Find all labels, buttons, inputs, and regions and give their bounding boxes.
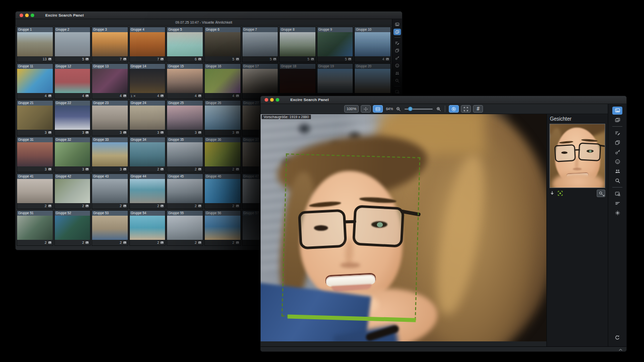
minimize-icon[interactable] [25, 14, 29, 17]
face-detection-box[interactable] [282, 153, 421, 320]
group-thumbnail[interactable] [55, 106, 91, 130]
group-tile[interactable]: Gruppe 19 [317, 63, 354, 99]
group-tile[interactable]: Gruppe 85 [279, 27, 316, 62]
group-tile[interactable]: Gruppe 412 [17, 173, 53, 209]
group-tile[interactable]: Gruppe 141 ✕4 [129, 63, 166, 99]
group-tile[interactable]: Gruppe 124 [54, 63, 91, 99]
group-thumbnail[interactable] [167, 32, 203, 56]
group-tile[interactable]: Gruppe 56 [167, 27, 203, 62]
group-tile[interactable]: Gruppe 342 [129, 137, 166, 172]
fullscreen-button[interactable] [461, 105, 471, 113]
group-tile[interactable]: Gruppe 522 [54, 210, 91, 246]
group-thumbnail[interactable] [92, 32, 128, 56]
close-icon[interactable] [265, 98, 268, 102]
zoom-in-icon[interactable] [436, 107, 441, 112]
group-thumbnail[interactable] [17, 179, 53, 203]
group-tile[interactable]: Gruppe 542 [129, 210, 166, 246]
group-tile[interactable]: Gruppe 562 [204, 210, 241, 246]
refresh-icon[interactable] [615, 333, 620, 342]
sidebar-people-button[interactable] [393, 70, 401, 76]
group-thumbnail[interactable] [317, 69, 353, 93]
group-thumbnail[interactable] [55, 142, 91, 166]
group-thumbnail[interactable] [280, 69, 315, 93]
group-tile[interactable]: Gruppe 362 [204, 137, 241, 172]
group-tile[interactable]: Gruppe 113 [17, 27, 53, 62]
group-thumbnail[interactable] [92, 106, 128, 130]
zoom-slider[interactable] [405, 109, 433, 110]
group-tile[interactable]: Gruppe 154 [167, 63, 203, 99]
group-thumbnail[interactable] [17, 69, 53, 93]
group-tile[interactable]: Gruppe 263 [204, 100, 241, 136]
sidebar-people-button[interactable] [612, 167, 622, 175]
group-tile[interactable]: Gruppe 75 [242, 27, 279, 62]
group-tile[interactable]: Gruppe 552 [167, 210, 203, 246]
sidebar-face-button[interactable] [612, 158, 622, 166]
sidebar-photo-search-button[interactable] [393, 88, 401, 95]
group-tile[interactable]: Gruppe 25 [54, 27, 91, 62]
group-thumbnail[interactable] [55, 32, 91, 56]
sidebar-filter-lines-button[interactable] [612, 200, 622, 208]
group-thumbnail[interactable] [17, 106, 53, 130]
group-tile[interactable]: Gruppe 223 [54, 100, 91, 136]
group-tile[interactable]: Gruppe 352 [167, 137, 203, 172]
sidebar-spark-button[interactable] [612, 209, 622, 217]
group-thumbnail[interactable] [17, 32, 53, 56]
sidebar-tag-edit-button[interactable] [393, 40, 401, 46]
group-thumbnail[interactable] [130, 32, 166, 56]
group-thumbnail[interactable] [205, 142, 240, 166]
group-tile[interactable]: Gruppe 422 [54, 173, 91, 209]
group-thumbnail[interactable] [167, 69, 203, 93]
zoom-out-icon[interactable] [396, 107, 401, 112]
group-thumbnail[interactable] [355, 69, 390, 93]
group-tile[interactable]: Gruppe 20 [354, 63, 391, 99]
group-thumbnail[interactable] [167, 179, 203, 203]
group-thumbnail[interactable] [167, 106, 203, 130]
sidebar-tag-edit-button[interactable] [612, 129, 622, 137]
titlebar[interactable]: Excire Search Panel [16, 12, 402, 19]
group-thumbnail[interactable] [130, 106, 166, 130]
group-thumbnail[interactable] [205, 69, 240, 93]
group-thumbnail[interactable] [55, 179, 91, 203]
sidebar-grid-view-button[interactable] [393, 29, 401, 35]
group-thumbnail[interactable] [17, 216, 53, 240]
group-tile[interactable]: Gruppe 114 [17, 63, 53, 99]
group-tile[interactable]: Gruppe 95 [317, 27, 354, 62]
group-tile[interactable]: Gruppe 134 [92, 63, 128, 99]
group-thumbnail[interactable] [205, 106, 240, 130]
group-tile[interactable]: Gruppe 532 [92, 210, 128, 246]
group-thumbnail[interactable] [167, 142, 203, 166]
sidebar-face-button[interactable] [393, 62, 401, 69]
group-tile[interactable]: Gruppe 313 [17, 137, 53, 172]
group-thumbnail[interactable] [17, 142, 53, 166]
group-thumbnail[interactable] [243, 69, 278, 93]
group-thumbnail[interactable] [205, 179, 240, 203]
face-thumbnail[interactable] [549, 124, 605, 188]
titlebar[interactable]: Excire Search Panel [261, 96, 626, 104]
group-thumbnail[interactable] [355, 32, 390, 56]
group-thumbnail[interactable] [130, 216, 166, 240]
group-tile[interactable]: Gruppe 432 [92, 173, 128, 209]
group-tile[interactable]: Gruppe 253 [167, 100, 203, 136]
group-thumbnail[interactable] [55, 216, 91, 240]
sidebar-copy-button[interactable] [393, 47, 401, 54]
face-search-button[interactable] [597, 190, 605, 197]
sidebar-photo-search-button[interactable] [612, 190, 622, 198]
pan-button[interactable] [361, 105, 371, 113]
group-thumbnail[interactable] [92, 179, 128, 203]
group-tile[interactable]: Gruppe 104 [354, 27, 391, 62]
group-tile[interactable]: Gruppe 18 [279, 63, 316, 99]
group-tile[interactable]: Gruppe 243 [129, 100, 166, 136]
sidebar-copy-button[interactable] [612, 139, 622, 147]
zoom-100-button[interactable]: 100% [344, 105, 359, 113]
sidebar-single-image-view-button[interactable] [393, 21, 401, 28]
face-detect-icon[interactable] [557, 191, 563, 196]
minimize-icon[interactable] [270, 98, 274, 102]
group-tile[interactable]: Gruppe 323 [54, 137, 91, 172]
group-tile[interactable]: Gruppe 37 [92, 27, 128, 62]
group-tile[interactable]: Gruppe 452 [167, 173, 203, 209]
group-thumbnail[interactable] [243, 32, 278, 56]
sidebar-key-button[interactable] [393, 55, 401, 61]
group-thumbnail[interactable] [92, 216, 128, 240]
fit-screen-button[interactable] [373, 105, 383, 113]
group-tile[interactable]: Gruppe 47 [129, 27, 166, 62]
